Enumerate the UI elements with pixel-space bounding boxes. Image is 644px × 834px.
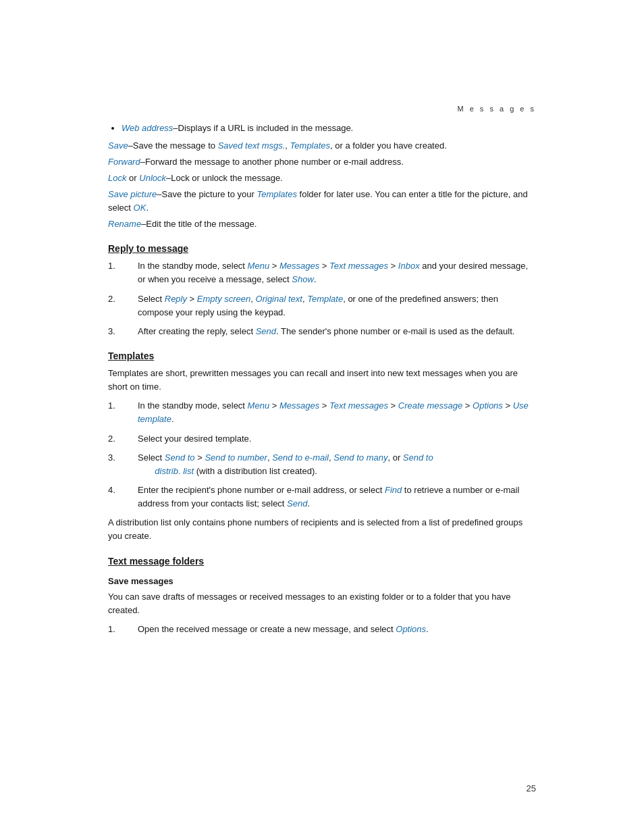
options-link-save[interactable]: Options (396, 624, 426, 634)
forward-line: Forward–Forward the message to another p… (108, 155, 536, 169)
inbox-link[interactable]: Inbox (398, 261, 420, 271)
original-text-link[interactable]: Original text (256, 294, 302, 304)
web-address-text: –Displays if a URL is included in the me… (173, 123, 353, 133)
templates-note: A distribution list only contains phone … (108, 516, 536, 543)
templates-step-2: 2. Select your desired template. (108, 432, 536, 446)
show-link[interactable]: Show (292, 274, 314, 284)
send-to-number-link[interactable]: Send to number (205, 452, 267, 463)
reply-step-3: 3. After creating the reply, select Send… (108, 325, 536, 338)
rename-rest: –Edit the title of the message. (141, 219, 257, 229)
find-link[interactable]: Find (385, 485, 402, 495)
save-messages-steps-list: 1. Open the received message or create a… (108, 623, 536, 636)
templates-steps-list: 1. In the standby mode, select Menu > Me… (108, 399, 536, 511)
messages-link-2[interactable]: Messages (279, 400, 319, 411)
save-link[interactable]: Save (108, 140, 128, 151)
reply-step-2: 2. Select Reply > Empty screen, Original… (108, 292, 536, 319)
reply-step-1: 1. In the standby mode, select Menu > Me… (108, 259, 536, 286)
send-link-templates[interactable]: Send (287, 498, 307, 509)
save-step-1: 1. Open the received message or create a… (108, 623, 536, 636)
messages-link-1[interactable]: Messages (279, 261, 319, 271)
templates-heading: Templates (108, 350, 536, 361)
templates-step-4: 4. Enter the recipient's phone number or… (108, 484, 536, 511)
text-messages-link-1[interactable]: Text messages (329, 261, 388, 271)
reply-steps-list: 1. In the standby mode, select Menu > Me… (108, 259, 536, 338)
lock-or-text: or (126, 173, 139, 183)
text-message-folders-heading: Text message folders (108, 556, 536, 567)
unlock-link[interactable]: Unlock (139, 173, 166, 183)
save-picture-link[interactable]: Save picture (108, 189, 157, 199)
save-picture-end: . (146, 203, 149, 213)
save-line: Save–Save the message to Saved text msgs… (108, 139, 536, 153)
templates-step-1: 1. In the standby mode, select Menu > Me… (108, 399, 536, 426)
lock-unlock-line: Lock or Unlock–Lock or unlock the messag… (108, 172, 536, 185)
lock-rest: –Lock or unlock the message. (166, 173, 283, 183)
save-messages-subheading: Save messages (108, 576, 536, 586)
forward-rest: –Forward the message to another phone nu… (140, 157, 404, 167)
send-to-link[interactable]: Send to (165, 452, 195, 463)
create-message-link[interactable]: Create message (398, 400, 462, 411)
templates-link-picture[interactable]: Templates (257, 189, 297, 199)
forward-link[interactable]: Forward (108, 157, 140, 167)
saved-text-msgs-link[interactable]: Saved text msgs. (218, 140, 286, 151)
options-link-1[interactable]: Options (473, 400, 503, 411)
lock-link[interactable]: Lock (108, 173, 126, 183)
reply-link[interactable]: Reply (165, 294, 187, 304)
templates-intro: Templates are short, prewritten messages… (108, 367, 536, 394)
save-rest: –Save the message to (128, 140, 218, 151)
template-link-reply[interactable]: Template (307, 294, 343, 304)
rename-link[interactable]: Rename (108, 219, 141, 229)
ok-link[interactable]: OK (134, 203, 146, 213)
rename-line: Rename–Edit the title of the message. (108, 217, 536, 231)
save-picture-rest: –Save the picture to your (157, 189, 257, 199)
page-number: 25 (527, 783, 536, 793)
reply-to-message-heading: Reply to message (108, 243, 536, 254)
page: M e s s a g e s Web address–Displays if … (0, 0, 644, 834)
templates-step-3: 3. Select Send to > Send to number, Send… (108, 451, 536, 478)
save-messages-intro: You can save drafts of messages or recei… (108, 590, 536, 617)
send-link-reply[interactable]: Send (256, 326, 276, 336)
templates-link-save[interactable]: Templates (290, 140, 331, 151)
text-messages-link-2[interactable]: Text messages (329, 400, 388, 411)
menu-link-2[interactable]: Menu (248, 400, 270, 411)
menu-link-1[interactable]: Menu (248, 261, 270, 271)
save-end: , or a folder you have created. (330, 140, 447, 151)
web-address-link[interactable]: Web address (122, 123, 173, 133)
empty-screen-link[interactable]: Empty screen (197, 294, 250, 304)
page-header: M e s s a g e s (457, 105, 536, 113)
send-to-email-link[interactable]: Send to e-mail (272, 452, 329, 463)
bullet-list: Web address–Displays if a URL is include… (122, 122, 536, 135)
save-picture-line: Save picture–Save the picture to your Te… (108, 188, 536, 215)
list-item: Web address–Displays if a URL is include… (122, 122, 536, 135)
save-comma: , (285, 140, 290, 151)
send-to-many-link[interactable]: Send to many (333, 452, 387, 463)
